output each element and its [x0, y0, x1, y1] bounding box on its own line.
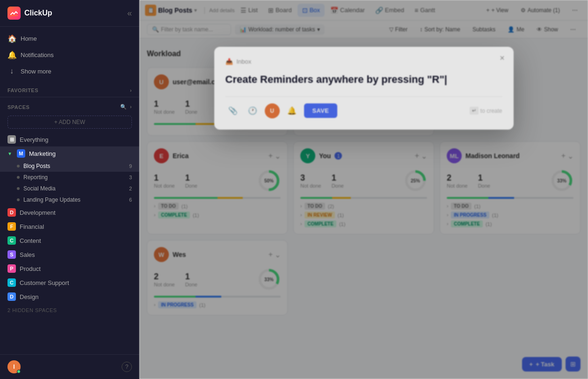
add-new-button[interactable]: + ADD NEW — [7, 116, 132, 129]
space-label-marketing: Marketing — [29, 150, 56, 157]
sub-item-reporting[interactable]: Reporting 3 — [0, 172, 139, 183]
space-item-customer-support[interactable]: C Customer Support — [0, 276, 139, 290]
space-item-design[interactable]: D Design — [0, 290, 139, 304]
save-button[interactable]: SAVE — [304, 103, 338, 118]
modal-close-button[interactable]: × — [497, 52, 508, 64]
space-label-development: Development — [20, 209, 56, 216]
spaces-label: SPACES — [7, 104, 29, 110]
space-item-development[interactable]: D Development — [0, 205, 139, 219]
logo-left: ClickUp — [7, 7, 52, 20]
sidebar-collapse-btn[interactable]: « — [127, 8, 132, 18]
help-button[interactable]: ? — [122, 362, 132, 372]
product-icon: P — [7, 264, 16, 273]
inbox-label: Inbox — [237, 58, 252, 65]
sidebar-nav: 🏠 Home 🔔 Notifications ↓ Show more — [0, 27, 139, 83]
space-label-everything: Everything — [20, 136, 48, 143]
space-item-sales[interactable]: S Sales — [0, 248, 139, 262]
modal-overlay: × 📥 Inbox Create Reminders anywhere by p… — [139, 0, 588, 379]
sub-item-social-media[interactable]: Social Media 2 — [0, 183, 139, 194]
social-media-count: 2 — [129, 186, 132, 191]
spaces-search-icon[interactable]: 🔍 — [120, 104, 127, 110]
space-item-everything[interactable]: ⊞ Everything — [0, 132, 139, 146]
close-icon: × — [500, 53, 505, 63]
everything-icon: ⊞ — [7, 135, 16, 144]
space-label-sales: Sales — [20, 251, 35, 258]
modal-header: 📥 Inbox — [225, 58, 502, 65]
space-item-product[interactable]: P Product — [0, 262, 139, 276]
blog-posts-dot — [17, 165, 20, 168]
sub-label-reporting: Reporting — [23, 174, 48, 181]
space-label-design: Design — [20, 293, 38, 300]
clock-icon: 🕐 — [248, 106, 257, 115]
sub-item-landing-page[interactable]: Landing Page Updates 6 — [0, 194, 139, 205]
space-item-marketing[interactable]: ▼ M Marketing — [0, 146, 139, 160]
landing-page-count: 6 — [129, 197, 132, 203]
favorites-expand-icon[interactable]: › — [130, 87, 132, 93]
user-avatar[interactable]: I — [7, 360, 21, 373]
sub-item-blog-posts[interactable]: Blog Posts 9 — [0, 160, 139, 172]
spaces-actions: 🔍 › — [120, 104, 132, 110]
favorites-actions: › — [130, 87, 132, 93]
blog-posts-count: 9 — [129, 163, 132, 169]
reminder-title-input[interactable]: Create Reminders anywhere by pressing "R… — [225, 73, 502, 87]
financial-icon: F — [7, 222, 16, 231]
clock-action-icon[interactable]: 🕐 — [245, 103, 260, 118]
spaces-expand-icon[interactable]: › — [130, 104, 132, 110]
bell-action-icon[interactable]: 🔔 — [284, 103, 299, 118]
user-avatar-initials: I — [13, 364, 15, 370]
main-content: 📋 Blog Posts ▾ | Add details ☰ List ⊞ Bo… — [139, 0, 588, 379]
marketing-icon: M — [17, 149, 25, 158]
sidebar-bottom: I ? — [0, 354, 139, 379]
favorites-label: FAVORITES — [7, 87, 38, 93]
show-more-icon: ↓ — [7, 67, 16, 75]
sidebar-item-show-more-label: Show more — [21, 68, 51, 75]
bell-icon: 🔔 — [287, 106, 297, 115]
sidebar-item-notifications-label: Notifications — [21, 51, 54, 58]
marketing-expand-arrow: ▼ — [7, 151, 12, 156]
space-label-customer-support: Customer Support — [20, 279, 69, 286]
space-item-financial[interactable]: F Financial — [0, 219, 139, 233]
sales-icon: S — [7, 250, 16, 259]
sidebar-item-home-label: Home — [21, 35, 37, 42]
reporting-count: 3 — [129, 175, 132, 180]
sidebar-item-notifications[interactable]: 🔔 Notifications — [0, 47, 139, 63]
content-icon: C — [7, 236, 16, 245]
sidebar-item-home[interactable]: 🏠 Home — [0, 30, 139, 47]
space-label-product: Product — [20, 265, 41, 272]
spaces-section: SPACES 🔍 › — [0, 99, 139, 112]
modal-hint: ↵ to create — [470, 107, 502, 115]
hint-key: ↵ — [470, 107, 479, 115]
landing-page-dot — [17, 198, 20, 201]
design-icon: D — [7, 292, 16, 301]
sub-label-blog-posts: Blog Posts — [23, 163, 50, 169]
attach-action-icon[interactable]: 📎 — [225, 103, 240, 118]
user-status-dot — [17, 370, 21, 373]
sidebar-logo: ClickUp « — [0, 0, 139, 27]
favorites-section: FAVORITES › — [0, 83, 139, 95]
app-name: ClickUp — [24, 9, 52, 17]
sub-label-social-media: Social Media — [23, 185, 56, 192]
development-icon: D — [7, 208, 16, 217]
sidebar-item-show-more[interactable]: ↓ Show more — [0, 63, 139, 79]
sub-label-landing-page: Landing Page Updates — [23, 197, 80, 203]
avatar-action-icon[interactable]: U — [265, 103, 280, 118]
paperclip-icon: 📎 — [228, 106, 238, 115]
user-icon: U — [270, 108, 274, 114]
space-item-content[interactable]: C Content — [0, 233, 139, 248]
hint-text: to create — [480, 108, 502, 114]
reporting-dot — [17, 176, 20, 179]
social-media-dot — [17, 187, 20, 190]
notifications-icon: 🔔 — [7, 51, 16, 59]
inbox-icon: 📥 — [225, 58, 233, 65]
app-logo-icon — [7, 7, 21, 20]
customer-support-icon: C — [7, 278, 16, 287]
space-label-financial: Financial — [20, 223, 44, 230]
sidebar-divider-1 — [0, 97, 139, 97]
hidden-spaces-label: 2 HIDDEN SPACES — [0, 304, 139, 317]
modal-actions-row: 📎 🕐 U 🔔 SAVE ↵ to create — [225, 96, 502, 118]
home-icon: 🏠 — [7, 34, 16, 43]
sidebar: ClickUp « 🏠 Home 🔔 Notifications ↓ Show … — [0, 0, 139, 379]
space-label-content: Content — [20, 237, 41, 244]
reminder-modal: × 📥 Inbox Create Reminders anywhere by p… — [214, 47, 514, 130]
